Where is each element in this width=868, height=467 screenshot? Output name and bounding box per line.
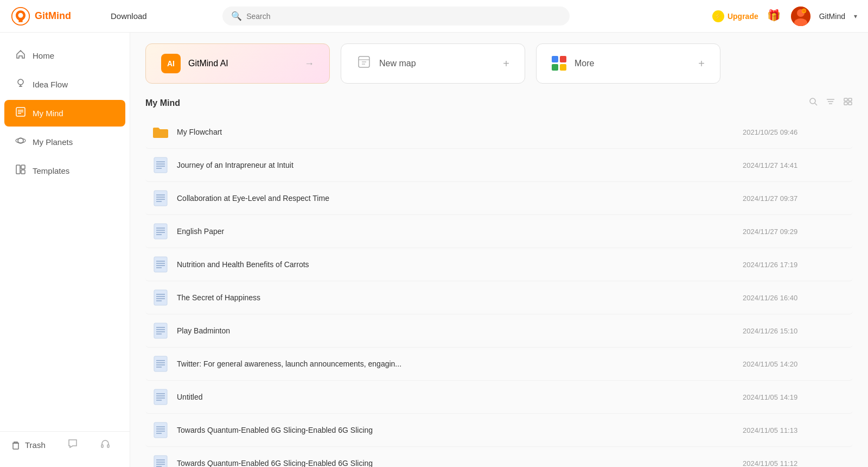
more-card[interactable]: More +	[536, 43, 720, 84]
more-grid-icon	[552, 56, 567, 71]
file-section: My Mind	[130, 94, 868, 467]
file-date: 2024/11/26 15:10	[743, 327, 829, 335]
new-map-label: New map	[379, 59, 416, 68]
file-section-tools	[808, 97, 853, 109]
more-label: More	[575, 59, 594, 68]
file-row[interactable]: Collaboration at Eye-Level and Respect T…	[145, 182, 853, 215]
svg-rect-33	[848, 102, 852, 105]
list-view-icon[interactable]	[843, 97, 853, 109]
file-row[interactable]: Journey of an Intrapreneur at Intuit 202…	[145, 149, 853, 182]
sidebar-item-templates[interactable]: Templates	[4, 157, 125, 184]
sidebar-label-my-mind: My Mind	[33, 109, 63, 118]
file-row[interactable]: My Flowchart 2021/10/25 09:46 ···	[145, 116, 853, 149]
file-date: 2021/10/25 09:46	[743, 128, 829, 136]
file-date: 2024/11/26 17:19	[743, 261, 829, 269]
gitmind-ai-card[interactable]: AI GitMind AI →	[145, 43, 330, 84]
file-row[interactable]: Towards Quantum-Enabled 6G Slicing-Enabl…	[145, 414, 853, 447]
svg-rect-49	[154, 257, 167, 272]
file-name: Twitter: For general awareness, launch a…	[177, 359, 743, 368]
sidebar-item-my-planets[interactable]: My Planets	[4, 129, 125, 155]
logo-icon	[11, 7, 30, 26]
new-map-card[interactable]: New map +	[341, 43, 525, 84]
upgrade-button[interactable]: ⚡ Upgrade	[712, 10, 758, 22]
my-planets-icon	[15, 135, 26, 149]
svg-rect-39	[154, 191, 167, 206]
svg-rect-74	[154, 422, 167, 438]
folder-icon	[152, 123, 169, 141]
chevron-down-icon[interactable]: ▾	[854, 12, 857, 20]
file-row[interactable]: English Paper 2024/11/27 09:29 ···	[145, 215, 853, 248]
svg-point-6	[18, 79, 23, 85]
file-name: Play Badminton	[177, 326, 743, 335]
svg-rect-79	[154, 456, 167, 467]
doc-icon	[152, 156, 169, 174]
file-name: Untitled	[177, 393, 743, 401]
file-row[interactable]: Twitter: For general awareness, launch a…	[145, 348, 853, 381]
avatar[interactable]	[791, 7, 810, 26]
doc-icon	[152, 355, 169, 373]
trash-label: Trash	[25, 440, 46, 450]
file-name: English Paper	[177, 227, 743, 236]
svg-rect-34	[154, 157, 167, 173]
file-row[interactable]: Nutrition and Health Benefits of Carrots…	[145, 248, 853, 281]
svg-rect-31	[848, 98, 852, 101]
doc-icon	[152, 289, 169, 306]
trash-icon	[11, 440, 21, 450]
gitmind-ai-label: GitMind AI	[188, 59, 228, 68]
file-date: 2024/11/05 11:13	[743, 426, 829, 434]
logo-area: GitMind	[11, 7, 98, 26]
logo-text: GitMind	[35, 10, 71, 22]
file-row[interactable]: The Secret of Happiness 2024/11/26 16:40…	[145, 281, 853, 314]
gift-icon[interactable]: 🎁	[767, 9, 782, 24]
user-name[interactable]: GitMind	[819, 12, 845, 21]
doc-icon	[152, 322, 169, 339]
file-date: 2024/11/05 14:20	[743, 360, 829, 368]
file-row[interactable]: Towards Quantum-Enabled 6G Slicing-Enabl…	[145, 447, 853, 467]
doc-icon	[152, 388, 169, 406]
file-row[interactable]: Untitled 2024/11/05 14:19 ···	[145, 381, 853, 414]
sidebar-label-templates: Templates	[33, 166, 69, 175]
search-input[interactable]	[246, 12, 561, 21]
content-area: AI GitMind AI → New map +	[130, 33, 868, 467]
file-row[interactable]: Play Badminton 2024/11/26 15:10 ···	[145, 314, 853, 348]
chat-icon[interactable]	[67, 438, 78, 452]
new-map-icon	[356, 54, 372, 73]
file-name: The Secret of Happiness	[177, 293, 743, 302]
download-link[interactable]: Download	[111, 11, 147, 21]
svg-rect-64	[154, 356, 167, 371]
svg-rect-18	[13, 443, 18, 449]
svg-rect-54	[154, 290, 167, 305]
doc-icon	[152, 223, 169, 240]
svg-rect-30	[844, 98, 847, 101]
arrow-icon: →	[304, 58, 314, 70]
sidebar-label-home: Home	[33, 51, 54, 60]
sidebar-item-home[interactable]: Home	[4, 42, 125, 69]
sidebar-item-idea-flow[interactable]: Idea Flow	[4, 71, 125, 98]
svg-rect-15	[16, 165, 20, 174]
topbar-right: ⚡ Upgrade 🎁 GitMind ▾	[712, 7, 857, 26]
sidebar: Home Idea Flow My Mind	[0, 33, 130, 467]
doc-icon	[152, 455, 169, 467]
file-section-header: My Mind	[145, 94, 853, 109]
sidebar-bottom: Trash	[0, 431, 130, 458]
file-list: My Flowchart 2021/10/25 09:46 ··· Journe…	[145, 116, 853, 467]
file-name: My Flowchart	[177, 128, 743, 136]
search-tool-icon[interactable]	[808, 97, 818, 109]
file-date: 2024/11/05 11:12	[743, 459, 829, 468]
quick-actions: AI GitMind AI → New map +	[130, 33, 868, 94]
svg-line-26	[815, 103, 817, 105]
topbar: GitMind Download 🔍 ⚡ Upgrade 🎁 GitMind ▾	[0, 0, 868, 33]
trash-item[interactable]: Trash	[11, 440, 46, 450]
svg-rect-32	[844, 102, 847, 105]
search-bar[interactable]: 🔍	[222, 7, 570, 26]
sidebar-item-my-mind[interactable]: My Mind	[4, 100, 125, 127]
file-name: Collaboration at Eye-Level and Respect T…	[177, 194, 743, 203]
svg-rect-69	[154, 389, 167, 405]
sort-icon[interactable]	[826, 97, 835, 109]
main-layout: Home Idea Flow My Mind	[0, 33, 868, 467]
file-date: 2024/11/27 14:41	[743, 161, 829, 169]
ai-icon: AI	[161, 54, 181, 73]
svg-rect-19	[101, 445, 103, 447]
file-date: 2024/11/26 16:40	[743, 294, 829, 302]
headset-icon[interactable]	[100, 438, 111, 452]
